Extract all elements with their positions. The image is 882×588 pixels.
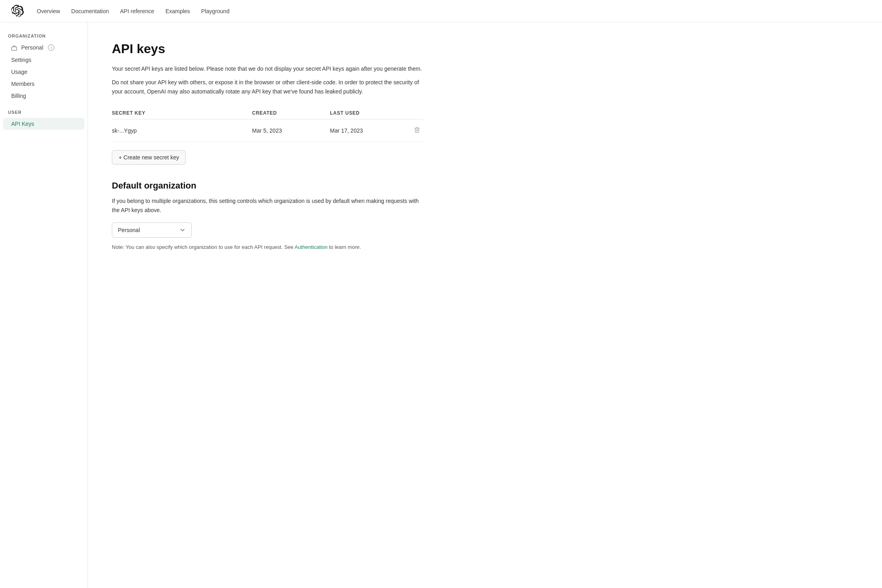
members-label: Members <box>11 81 34 87</box>
delete-key-button[interactable] <box>412 125 422 136</box>
created-value: Mar 5, 2023 <box>252 119 330 142</box>
nav-overview[interactable]: Overview <box>37 8 60 14</box>
org-dropdown-value: Personal <box>118 227 140 233</box>
nav-documentation[interactable]: Documentation <box>71 8 109 14</box>
settings-label: Settings <box>11 57 32 63</box>
create-new-key-button[interactable]: + Create new secret key <box>112 150 186 165</box>
user-section-label: USER <box>0 110 87 118</box>
sidebar-item-billing[interactable]: Billing <box>3 90 84 102</box>
org-dropdown[interactable]: Personal <box>112 222 192 238</box>
org-dropdown-wrapper: Personal <box>112 222 423 238</box>
api-keys-label: API Keys <box>11 121 34 127</box>
top-nav: Overview Documentation API reference Exa… <box>0 0 882 22</box>
sidebar-item-members[interactable]: Members <box>3 78 84 90</box>
svg-rect-0 <box>12 47 17 50</box>
briefcase-icon <box>11 44 18 51</box>
user-section: USER API Keys <box>0 110 87 130</box>
col-header-last-used: LAST USED <box>330 107 408 119</box>
main-content: API keys Your secret API keys are listed… <box>88 22 447 588</box>
chevron-down-icon <box>179 227 186 233</box>
usage-label: Usage <box>11 69 27 75</box>
nav-playground[interactable]: Playground <box>201 8 230 14</box>
page-title: API keys <box>112 42 423 56</box>
nav-examples[interactable]: Examples <box>165 8 190 14</box>
authentication-link[interactable]: Authentication <box>294 244 327 250</box>
description-2: Do not share your API key with others, o… <box>112 78 423 96</box>
sidebar-item-personal[interactable]: Personal i <box>3 42 84 54</box>
nav-api-reference[interactable]: API reference <box>120 8 155 14</box>
last-used-value: Mar 17, 2023 <box>330 119 408 142</box>
org-name-label: Personal <box>21 44 43 51</box>
description-1: Your secret API keys are listed below. P… <box>112 64 423 73</box>
logo[interactable] <box>11 5 24 18</box>
default-org-title: Default organization <box>112 181 423 191</box>
col-header-key: SECRET KEY <box>112 107 252 119</box>
org-section-label: ORGANIZATION <box>0 34 87 42</box>
sidebar-item-api-keys[interactable]: API Keys <box>3 118 84 130</box>
key-value: sk-...Ygyp <box>112 119 252 142</box>
billing-label: Billing <box>11 93 26 99</box>
sidebar-item-settings[interactable]: Settings <box>3 54 84 66</box>
org-section: ORGANIZATION Personal i Settings Usage M… <box>0 34 87 102</box>
layout: ORGANIZATION Personal i Settings Usage M… <box>0 22 882 588</box>
default-org-description: If you belong to multiple organizations,… <box>112 197 423 215</box>
nav-links: Overview Documentation API reference Exa… <box>37 8 229 14</box>
table-row: sk-...Ygyp Mar 5, 2023 Mar 17, 2023 <box>112 119 423 142</box>
api-keys-table: SECRET KEY CREATED LAST USED sk-...Ygyp … <box>112 107 423 142</box>
sidebar: ORGANIZATION Personal i Settings Usage M… <box>0 22 88 588</box>
col-header-action <box>408 107 423 119</box>
info-icon[interactable]: i <box>48 44 54 51</box>
sidebar-item-usage[interactable]: Usage <box>3 66 84 78</box>
note-text: Note: You can also specify which organiz… <box>112 243 423 251</box>
col-header-created: CREATED <box>252 107 330 119</box>
